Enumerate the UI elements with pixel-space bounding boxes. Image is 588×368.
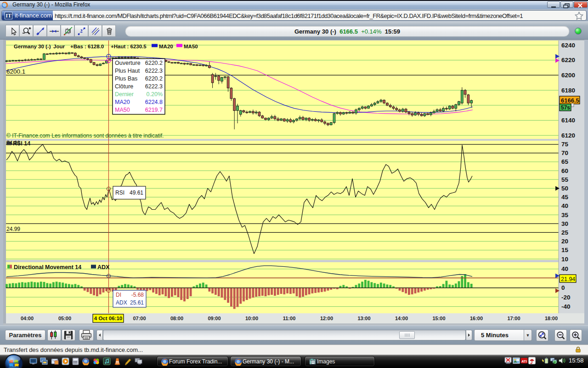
svg-text:15: 15 xyxy=(561,247,569,253)
svg-text:11:00: 11:00 xyxy=(283,316,296,321)
svg-text:-40: -40 xyxy=(561,303,571,310)
svg-text:Plus Haut: Plus Haut xyxy=(115,68,140,74)
svg-text:MA20: MA20 xyxy=(115,99,130,105)
svg-text:08:00: 08:00 xyxy=(170,316,183,321)
svg-text:30: 30 xyxy=(561,220,568,227)
svg-text:60: 60 xyxy=(561,167,568,174)
svg-text:Directional Movement 14: Directional Movement 14 xyxy=(14,264,81,270)
svg-text:6200.1: 6200.1 xyxy=(6,68,25,75)
svg-text:40: 40 xyxy=(561,265,568,272)
svg-text:+Bas : 6128.0: +Bas : 6128.0 xyxy=(70,44,104,49)
svg-text:Clôture: Clôture xyxy=(115,83,133,90)
svg-text:+Haut : 6230.5: +Haut : 6230.5 xyxy=(111,44,147,49)
svg-text:6180: 6180 xyxy=(561,87,575,94)
svg-text:Jour: Jour xyxy=(53,44,65,49)
svg-text:13:00: 13:00 xyxy=(357,316,370,321)
svg-text:6240: 6240 xyxy=(561,42,575,49)
svg-text:ATI: ATI xyxy=(521,359,527,363)
svg-text:75: 75 xyxy=(561,141,569,148)
svg-text:18:00: 18:00 xyxy=(545,316,558,321)
svg-text:6224.8: 6224.8 xyxy=(145,99,163,105)
svg-text:12:00: 12:00 xyxy=(320,316,333,321)
svg-text:25: 25 xyxy=(561,229,569,236)
svg-text:Germany 30 (-): Germany 30 (-) xyxy=(14,44,51,49)
svg-text:17:00: 17:00 xyxy=(507,316,520,321)
svg-text:ADX: ADX xyxy=(116,299,127,306)
svg-text:10: 10 xyxy=(561,256,568,263)
svg-text:MA20: MA20 xyxy=(159,44,173,49)
svg-text:0: 0 xyxy=(561,284,565,291)
svg-text:MA50: MA50 xyxy=(115,107,130,113)
svg-text:35: 35 xyxy=(561,212,569,218)
svg-text:6220: 6220 xyxy=(561,57,575,63)
svg-text:MA50: MA50 xyxy=(184,44,198,49)
svg-text:Plus Bas: Plus Bas xyxy=(115,75,137,82)
svg-text:6222.3: 6222.3 xyxy=(145,68,163,74)
svg-text:ADX: ADX xyxy=(97,264,110,270)
svg-text:07:00: 07:00 xyxy=(133,316,146,321)
svg-text:45: 45 xyxy=(561,194,569,201)
svg-text:65: 65 xyxy=(561,158,569,165)
svg-text:55: 55 xyxy=(561,176,569,183)
svg-text:16:00: 16:00 xyxy=(470,316,483,321)
svg-text:6220.2: 6220.2 xyxy=(145,60,163,66)
svg-text:21.94: 21.94 xyxy=(561,276,575,282)
svg-text:15:00: 15:00 xyxy=(432,316,445,321)
svg-text:© IT-Finance.com Les informati: © IT-Finance.com Les informations sont d… xyxy=(6,132,164,139)
svg-text:40: 40 xyxy=(561,202,568,209)
svg-text:24.99: 24.99 xyxy=(6,226,20,232)
svg-text:RSI: RSI xyxy=(115,190,124,196)
svg-text:20: 20 xyxy=(561,238,568,245)
svg-text:6220.2: 6220.2 xyxy=(145,75,163,82)
svg-text:0.20%: 0.20% xyxy=(147,91,163,98)
svg-text:50: 50 xyxy=(561,185,568,192)
svg-text:14:00: 14:00 xyxy=(395,316,408,321)
svg-text:25.61: 25.61 xyxy=(130,299,144,306)
svg-text:6120: 6120 xyxy=(561,132,575,139)
svg-text:6200: 6200 xyxy=(561,72,575,79)
svg-text:6166.5: 6166.5 xyxy=(561,97,579,104)
svg-text:RSI 14: RSI 14 xyxy=(13,140,30,147)
svg-text:6140: 6140 xyxy=(561,117,575,124)
svg-text:6219.7: 6219.7 xyxy=(145,107,163,113)
svg-text:Ouverture: Ouverture xyxy=(115,60,141,66)
svg-text:Dernier: Dernier xyxy=(115,91,134,98)
svg-text:49.61: 49.61 xyxy=(130,190,143,196)
svg-text:DI: DI xyxy=(116,292,121,298)
svg-text:-5.68: -5.68 xyxy=(131,292,144,298)
svg-text:57s: 57s xyxy=(561,104,570,111)
svg-text:6222.3: 6222.3 xyxy=(145,83,163,90)
svg-text:05:00: 05:00 xyxy=(58,316,71,321)
svg-text:-20: -20 xyxy=(561,294,571,301)
svg-text:04:00: 04:00 xyxy=(21,316,34,321)
svg-text:70: 70 xyxy=(561,150,568,156)
svg-text:10:00: 10:00 xyxy=(245,316,258,321)
svg-text:4 Oct 06:10: 4 Oct 06:10 xyxy=(94,316,122,321)
svg-text:09:00: 09:00 xyxy=(208,316,220,321)
